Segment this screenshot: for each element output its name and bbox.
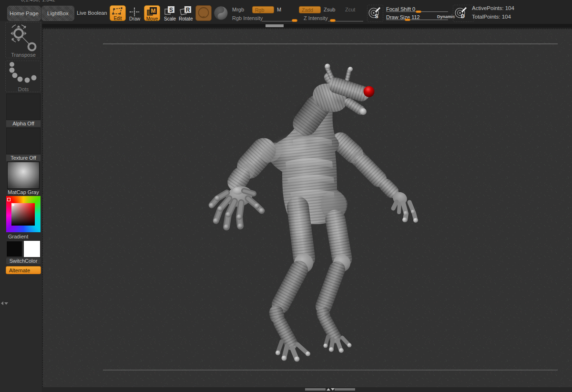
svg-text:S: S <box>169 7 173 13</box>
svg-text:D: D <box>461 13 465 19</box>
svg-text:M: M <box>151 8 156 14</box>
svg-text:S: S <box>375 13 378 19</box>
svg-text:R: R <box>186 7 190 13</box>
